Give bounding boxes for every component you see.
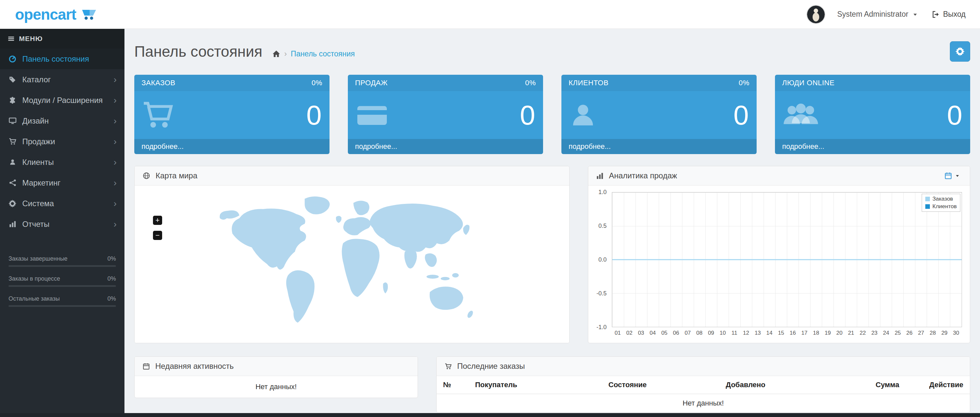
stat-label: Остальные заказы xyxy=(8,296,60,302)
table-row: Нет данных! xyxy=(437,394,970,413)
footer-bar xyxy=(0,413,980,417)
y-tick-label: -0.5 xyxy=(597,290,607,297)
menu-header: МЕНЮ xyxy=(0,29,124,48)
latest-orders-panel: Последние заказы № Покупатель Состояние … xyxy=(436,356,970,413)
tile-sales: ПРОДАЖ 0% 0 подробнее... xyxy=(348,75,543,154)
sidebar-item-label: Продажи xyxy=(22,137,55,146)
map-zoom-in-button[interactable]: + xyxy=(153,216,162,225)
column-header-action: Действие xyxy=(906,376,970,394)
panel-title: Карта мира xyxy=(156,171,197,180)
sidebar: МЕНЮ Панель состояния Каталог › xyxy=(0,29,124,417)
x-tick-label: 01 xyxy=(612,330,624,340)
legend-label: Заказов xyxy=(932,196,953,202)
opencart-logo[interactable]: opencart xyxy=(0,6,124,23)
chevron-right-icon: › xyxy=(114,199,117,208)
y-tick-label: 0.5 xyxy=(598,223,607,230)
column-header-status: Состояние xyxy=(602,376,719,394)
chevron-right-icon: › xyxy=(114,137,117,146)
tile-more-link[interactable]: подробнее... xyxy=(775,139,970,154)
sales-chart: 1.00.50.0-0.5-1.0 Заказов xyxy=(588,185,970,343)
x-tick-label: 02 xyxy=(624,330,635,340)
tile-more-link[interactable]: подробнее... xyxy=(134,139,329,154)
tile-orders: ЗАКАЗОВ 0% 0 подробнее... xyxy=(134,75,329,154)
cart-icon xyxy=(444,363,452,370)
chevron-right-icon: › xyxy=(114,220,117,229)
x-tick-label: 25 xyxy=(892,330,904,340)
tile-more-link[interactable]: подробнее... xyxy=(348,139,543,154)
legend-swatch xyxy=(925,204,930,209)
logo-text: opencart xyxy=(15,6,76,23)
x-tick-label: 16 xyxy=(787,330,799,340)
sidebar-item-sales[interactable]: Продажи › xyxy=(0,131,124,152)
sidebar-item-customers[interactable]: Клиенты › xyxy=(0,152,124,173)
map-zoom-out-button[interactable]: − xyxy=(153,231,162,240)
x-tick-label: 29 xyxy=(939,330,951,340)
stat-label: Заказы завершенные xyxy=(8,256,67,262)
header-actions: System Administrator Выход xyxy=(807,5,967,24)
x-tick-label: 21 xyxy=(845,330,857,340)
home-icon[interactable] xyxy=(272,50,280,58)
sidebar-stats: Заказы завершенные 0% Заказы в процессе … xyxy=(0,256,124,307)
x-tick-label: 19 xyxy=(822,330,834,340)
x-tick-label: 14 xyxy=(764,330,775,340)
chart-y-axis: 1.00.50.0-0.5-1.0 xyxy=(593,192,609,327)
x-tick-label: 09 xyxy=(705,330,717,340)
calendar-icon xyxy=(143,363,150,370)
sidebar-item-marketing[interactable]: Маркетинг › xyxy=(0,173,124,193)
sidebar-item-extensions[interactable]: Модули / Расширения › xyxy=(0,90,124,110)
x-tick-label: 17 xyxy=(799,330,810,340)
x-tick-label: 28 xyxy=(927,330,939,340)
tile-percent: 0% xyxy=(312,79,322,87)
puzzle-icon xyxy=(8,96,17,104)
tile-people-online: ЛЮДИ ONLINE 0 подробнее... xyxy=(775,75,970,154)
column-header-customer: Покупатель xyxy=(468,376,602,394)
tile-percent: 0% xyxy=(525,79,536,87)
logout-button[interactable]: Выход xyxy=(930,10,967,19)
x-tick-label: 27 xyxy=(915,330,927,340)
tag-icon xyxy=(8,76,17,84)
y-tick-label: 1.0 xyxy=(598,189,607,196)
activity-empty-message: Нет данных! xyxy=(135,376,418,398)
world-map[interactable]: + − xyxy=(135,185,569,343)
sidebar-item-catalog[interactable]: Каталог › xyxy=(0,69,124,90)
date-range-button[interactable] xyxy=(942,171,962,180)
legend-item-orders: Заказов xyxy=(925,196,957,202)
legend-swatch xyxy=(925,197,930,201)
chevron-right-icon: › xyxy=(114,178,117,187)
chevron-right-icon: › xyxy=(114,158,117,167)
world-map-svg xyxy=(213,192,491,337)
x-tick-label: 23 xyxy=(869,330,880,340)
logo-cart-icon xyxy=(79,8,98,21)
user-menu-button[interactable]: System Administrator xyxy=(835,10,920,19)
tile-label: ПРОДАЖ xyxy=(355,79,388,87)
sidebar-item-label: Модули / Расширения xyxy=(22,96,103,105)
sales-analytics-panel: Аналитика продаж 1.00 xyxy=(588,166,970,343)
sidebar-item-design[interactable]: Дизайн › xyxy=(0,110,124,131)
world-map-panel: Карта мира + − xyxy=(134,166,570,343)
panel-title: Последние заказы xyxy=(457,362,525,371)
breadcrumb-link[interactable]: Панель состояния xyxy=(291,50,355,58)
sidebar-item-label: Система xyxy=(22,199,54,208)
sidebar-item-dashboard[interactable]: Панель состояния xyxy=(0,48,124,69)
page-title: Панель состояния xyxy=(134,43,262,60)
stat-orders-completed: Заказы завершенные 0% xyxy=(8,256,116,267)
column-header-total: Сумма xyxy=(842,376,906,394)
column-header-added: Добавлено xyxy=(719,376,842,394)
breadcrumb: › Панель состояния xyxy=(272,49,355,58)
avatar[interactable] xyxy=(807,5,826,24)
credit-card-icon xyxy=(356,102,388,128)
sidebar-nav: Панель состояния Каталог › Модули / Расш… xyxy=(0,48,124,235)
caret-down-icon xyxy=(955,173,960,178)
x-tick-label: 13 xyxy=(752,330,764,340)
share-icon xyxy=(8,179,17,187)
user-icon xyxy=(569,101,597,129)
tile-more-link[interactable]: подробнее... xyxy=(562,139,757,154)
stat-label: Заказы в процессе xyxy=(8,275,60,282)
tile-label: ЛЮДИ ONLINE xyxy=(782,79,835,87)
sidebar-item-label: Отчеты xyxy=(22,220,49,229)
settings-button[interactable] xyxy=(950,41,970,62)
sidebar-item-reports[interactable]: Отчеты › xyxy=(0,214,124,235)
y-tick-label: 0.0 xyxy=(598,256,607,263)
desktop-icon xyxy=(8,117,17,125)
sidebar-item-system[interactable]: Система › xyxy=(0,193,124,214)
